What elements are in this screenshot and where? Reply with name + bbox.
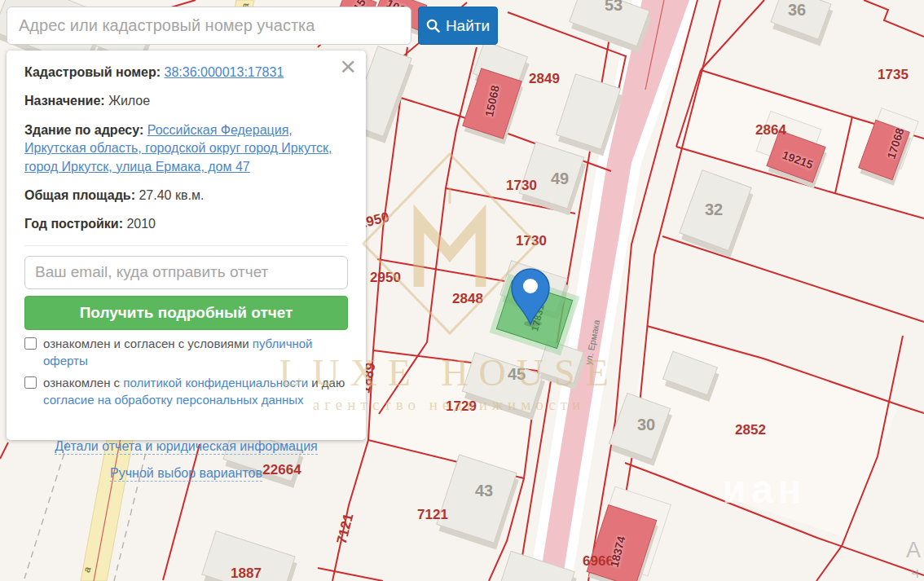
privacy-checkbox-text: ознакомлен с политикой конфиденциальност…	[43, 374, 348, 408]
purpose-row: Назначение: Жилое	[24, 92, 348, 110]
cadastral-number-row: Кадастровый номер: 38:36:000013:17831	[24, 64, 348, 81]
offer-checkbox-row: ознакомлен и согласен с условиями публич…	[24, 335, 348, 369]
cadastral-number-label: Кадастровый номер:	[24, 65, 161, 79]
area-label: Общая площадь:	[24, 188, 135, 202]
purpose-label: Назначение:	[24, 94, 105, 108]
privacy-policy-link[interactable]: политикой конфиденциальности	[123, 376, 308, 390]
panel-links: Детали отчета и юридическая информация Р…	[24, 428, 348, 482]
parcel-info-panel: × Кадастровый номер: 38:36:000013:17831 …	[7, 51, 366, 440]
area-row: Общая площадь: 27.40 кв.м.	[24, 187, 348, 205]
privacy-mid-text: и даю	[308, 376, 345, 390]
year-label: Год постройки:	[24, 217, 123, 231]
privacy-checkbox[interactable]	[24, 376, 37, 389]
purpose-value: Жилое	[108, 94, 150, 108]
manual-select-link[interactable]: Ручной выбор вариантов	[110, 466, 262, 482]
offer-text: ознакомлен и согласен с условиями	[43, 337, 253, 350]
get-report-button[interactable]: Получить подробный отчет	[24, 296, 348, 330]
cadastral-number-link[interactable]: 38:36:000013:17831	[165, 65, 284, 79]
report-details-link[interactable]: Детали отчета и юридическая информация	[55, 439, 318, 455]
search-button[interactable]: Найти	[418, 7, 498, 45]
offer-checkbox-text: ознакомлен и согласен с условиями публич…	[43, 335, 348, 369]
area-value: 27.40 кв.м.	[139, 188, 204, 202]
address-label: Здание по адресу:	[24, 123, 143, 137]
year-value: 2010	[126, 217, 156, 231]
personal-data-link[interactable]: согласие на обработку персональных данны…	[43, 393, 304, 407]
privacy-checkbox-row: ознакомлен с политикой конфиденциальност…	[24, 374, 348, 408]
search-button-label: Найти	[446, 17, 490, 35]
offer-checkbox[interactable]	[24, 337, 37, 350]
privacy-text: ознакомлен с	[43, 376, 123, 390]
divider	[24, 245, 348, 246]
address-row: Здание по адресу: Российская Федерация, …	[24, 121, 348, 176]
year-row: Год постройки: 2010	[24, 215, 348, 233]
search-bar: Найти	[7, 7, 498, 45]
close-icon[interactable]: ×	[340, 52, 356, 80]
map-viewport[interactable]: 2849173017302950295028481729188922664712…	[0, 0, 924, 581]
email-field[interactable]	[24, 256, 348, 289]
search-icon	[426, 19, 440, 33]
search-input[interactable]	[7, 7, 411, 45]
